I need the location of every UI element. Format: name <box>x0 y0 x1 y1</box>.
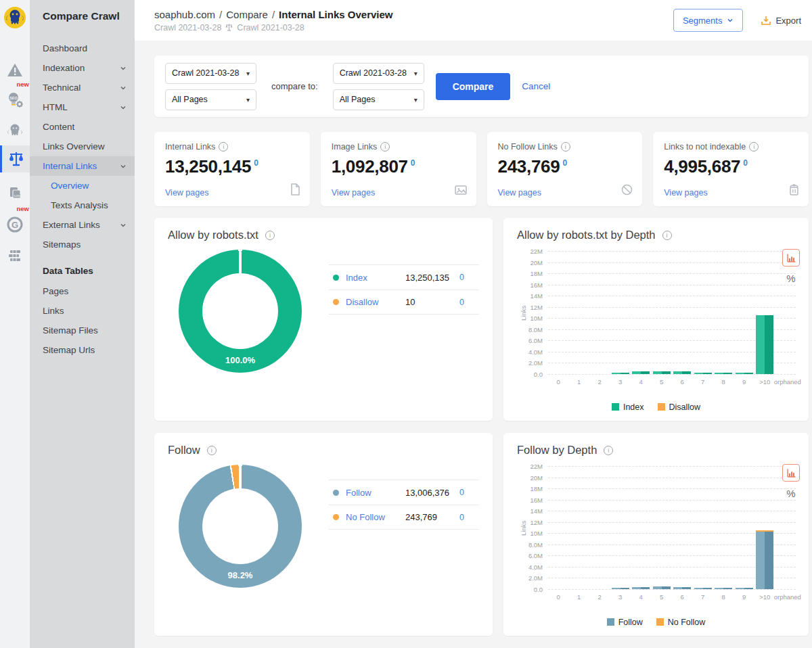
sidebar-item-pages[interactable]: Pages <box>30 281 135 301</box>
rail-item-links-active[interactable] <box>0 145 30 172</box>
allow-robots-depth-card: Allow by robots.txt by Depth i Links22M2… <box>503 218 809 421</box>
info-icon[interactable]: i <box>207 446 217 455</box>
chart-title: Follow by Depth <box>517 444 597 457</box>
info-icon[interactable]: i <box>380 142 390 152</box>
rail-item-logs[interactable]: LOG <box>0 180 30 207</box>
kpi-delta: 0 <box>743 158 747 168</box>
rail-item-seo-impact[interactable]: new SEO <box>0 87 30 114</box>
kpi-delta: 0 <box>254 158 258 168</box>
crawl-b-dropdown[interactable]: Crawl 2021-03-28▾ <box>333 63 424 84</box>
kpi-value: 1,092,8070 <box>332 156 466 177</box>
export-button[interactable]: Export <box>761 15 801 26</box>
legend-item[interactable]: No Follow <box>656 618 706 627</box>
segments-button[interactable]: Segments <box>673 9 744 32</box>
bar-legend: Follow No Follow <box>517 618 795 627</box>
caret-down-icon: ▾ <box>414 96 418 103</box>
breadcrumb-compare[interactable]: Compare <box>226 9 268 20</box>
donut-percent-label: 100.0% <box>179 355 302 365</box>
sidebar-item-content[interactable]: Content <box>30 117 135 137</box>
legend-swatch <box>656 618 664 626</box>
kpi-image-links: Image Linksi 1,092,8070 View pages <box>321 132 476 206</box>
chevron-down-icon <box>120 163 127 170</box>
legend-item[interactable]: Follow <box>607 618 643 627</box>
scales-icon <box>7 150 25 168</box>
kpi-delta: 0 <box>411 158 415 168</box>
legend-item[interactable]: Disallow <box>658 402 701 412</box>
kpi-value: 13,250,1450 <box>165 156 299 177</box>
chart-type-button[interactable] <box>782 249 800 267</box>
sidebar-item-texts-analysis[interactable]: Texts Analysis <box>30 195 135 215</box>
sidebar-item-sitemap-urls[interactable]: Sitemap Urls <box>30 340 135 360</box>
legend-label-link[interactable]: No Follow <box>346 512 405 522</box>
allow-robots-donut-card: Allow by robots.txt i 100.0% Index 13,25… <box>154 218 493 421</box>
segment-b-dropdown[interactable]: All Pages▾ <box>333 89 424 110</box>
kpi-internal-links: Internal Linksi 13,250,1450 View pages <box>154 132 310 206</box>
sidebar-item-html[interactable]: HTML <box>30 97 135 117</box>
compare-button[interactable]: Compare <box>436 73 511 100</box>
crawl-a-dropdown[interactable]: Crawl 2021-03-28▾ <box>165 63 256 84</box>
rail-item-crawl[interactable] <box>0 118 30 145</box>
info-icon[interactable]: i <box>604 446 613 455</box>
chart-title: Allow by robots.txt by Depth <box>517 229 656 241</box>
top-header: soaphub.com/Compare/Internal Links Overv… <box>135 0 812 41</box>
octopus-logo-icon <box>3 6 26 29</box>
info-icon[interactable]: i <box>219 142 228 152</box>
info-icon[interactable]: i <box>561 142 570 152</box>
legend-dot <box>333 514 339 520</box>
percent-toggle[interactable]: % <box>786 273 795 284</box>
bar-chart-icon <box>786 468 796 478</box>
view-pages-link[interactable]: View pages <box>165 188 208 198</box>
sidebar-item-technical[interactable]: Technical <box>30 78 135 97</box>
compare-to-label: compare to: <box>271 81 318 91</box>
sidebar-item-links-overview[interactable]: Links Overview <box>30 137 135 156</box>
warning-triangle-icon <box>7 63 23 78</box>
legend-row: Disallow 10 0 <box>329 290 479 315</box>
sidebar-item-sitemap-files[interactable]: Sitemap Files <box>30 321 135 340</box>
info-icon[interactable]: i <box>749 142 759 152</box>
rail-item-alerts[interactable] <box>0 57 30 84</box>
legend-dot <box>333 490 339 496</box>
bar-legend: Index Disallow <box>517 402 795 412</box>
caret-down-icon: ▾ <box>246 70 250 77</box>
sidebar-item-overview[interactable]: Overview <box>30 176 135 195</box>
segment-a-dropdown[interactable]: All Pages▾ <box>165 89 256 110</box>
new-badge: new <box>17 205 29 212</box>
view-pages-link[interactable]: View pages <box>332 188 375 198</box>
kpi-links-not-indexable: Links to not indexablei 4,995,6870 View … <box>653 132 809 206</box>
kpi-no-follow-links: No Follow Linksi 243,7690 View pages <box>487 132 643 206</box>
legend-label-link[interactable]: Follow <box>346 488 405 498</box>
sidebar-item-dashboard[interactable]: Dashboard <box>30 39 135 58</box>
percent-toggle[interactable]: % <box>786 488 795 499</box>
info-icon[interactable]: i <box>662 231 672 240</box>
no-entry-icon <box>621 184 633 198</box>
sidebar-menu: Compare Crawl Dashboard Indexation Techn… <box>30 0 135 648</box>
legend-item[interactable]: Index <box>612 402 644 412</box>
download-icon <box>761 15 771 26</box>
cancel-link[interactable]: Cancel <box>522 81 550 91</box>
legend-label-link[interactable]: Disallow <box>346 297 405 307</box>
info-icon[interactable]: i <box>265 231 275 240</box>
caret-down-icon: ▾ <box>246 96 250 103</box>
chart-type-button[interactable] <box>782 464 800 482</box>
view-pages-link[interactable]: View pages <box>664 188 707 198</box>
breadcrumb-project[interactable]: soaphub.com <box>154 9 215 20</box>
breadcrumb-current: Internal Links Overview <box>279 9 392 20</box>
view-pages-link[interactable]: View pages <box>498 188 541 198</box>
follow-depth-card: Follow by Depth i Links22M20M18M16M14M12… <box>503 433 809 636</box>
image-icon <box>455 185 467 198</box>
legend-label-link[interactable]: Index <box>346 273 405 283</box>
rail-item-google-analytics[interactable]: new G <box>0 211 30 238</box>
sidebar-item-indexation[interactable]: Indexation <box>30 58 135 78</box>
sidebar-item-internal-links[interactable]: Internal Links <box>30 156 135 176</box>
app-logo[interactable] <box>0 5 30 30</box>
sidebar-item-sitemaps[interactable]: Sitemaps <box>30 235 135 254</box>
sidebar-item-links[interactable]: Links <box>30 301 135 321</box>
legend-dot <box>333 299 339 305</box>
sidebar-item-external-links[interactable]: External Links <box>30 215 135 235</box>
donut-percent-label: 98.2% <box>179 570 302 580</box>
rail-item-data-tables[interactable] <box>0 242 30 269</box>
chevron-down-icon <box>727 17 734 24</box>
seo-bulb-gear-icon: SEO <box>6 91 24 109</box>
g-circle-icon: G <box>6 216 24 233</box>
kpi-value: 243,7690 <box>498 156 632 177</box>
